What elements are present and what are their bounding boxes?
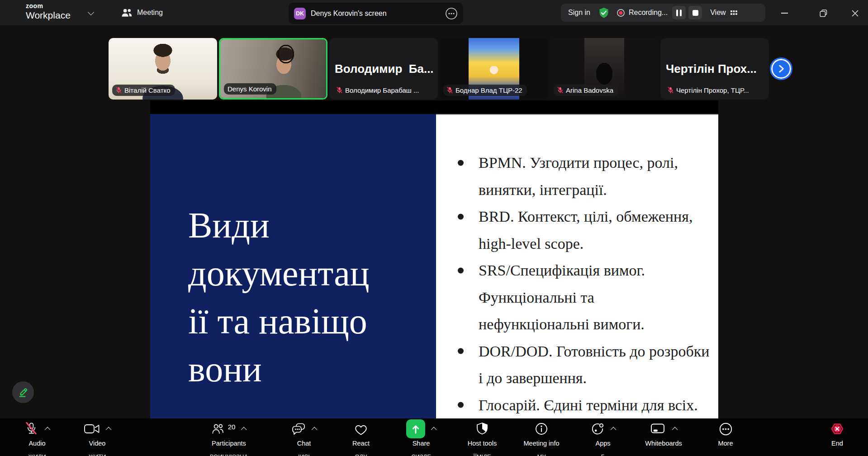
bullet-line: BPMN. Узгодити процес, ролі,: [436, 149, 718, 176]
video-tile[interactable]: Володимир Ба... Володимир Барабаш ...: [329, 38, 438, 100]
audio-options-chevron[interactable]: [46, 425, 50, 433]
mic-muted-icon: [337, 87, 342, 94]
bullet-line: Глосарій. Єдині терміни для всіх.: [436, 392, 718, 419]
zoom-workplace-logo: zoom Workplace: [26, 3, 71, 20]
react-button[interactable]: React ОЛУ: [334, 418, 388, 456]
apps-label: Apps: [595, 440, 610, 447]
audio-label: Audio: [28, 440, 45, 447]
mic-muted-icon: [668, 87, 674, 94]
people-icon: [121, 7, 133, 18]
whiteboards-options-chevron[interactable]: [674, 425, 678, 433]
tab-options-icon[interactable]: [445, 7, 458, 20]
stop-recording-button[interactable]: [688, 6, 702, 19]
clipped-text: ЇЇМІЛЕ: [454, 453, 511, 456]
meeting-tab-label: Meeting: [137, 9, 163, 17]
shared-screen-letterbox: [150, 100, 718, 114]
video-label: Video: [89, 440, 106, 447]
camera-icon: [84, 423, 100, 435]
restore-button[interactable]: [818, 8, 828, 18]
next-participants-page-button[interactable]: [771, 59, 791, 79]
slide-title-line: вони: [188, 345, 370, 393]
participant-name: Боднар Влад ТЦР-22: [455, 86, 522, 94]
pause-recording-button[interactable]: [672, 6, 686, 19]
apps-options-chevron[interactable]: [612, 425, 616, 433]
close-icon[interactable]: [850, 8, 860, 18]
bullet-line: BRD. Контекст, цілі, обмеження,: [436, 203, 718, 230]
recording-indicator: Recording...: [617, 9, 668, 17]
end-call-icon: [830, 421, 845, 437]
view-label: View: [710, 9, 726, 17]
participant-name: Denys Korovin: [228, 85, 272, 93]
more-button[interactable]: More: [698, 418, 753, 456]
tab-meeting[interactable]: Meeting: [117, 0, 167, 25]
participant-name: Віталій Сватко: [124, 86, 171, 94]
chat-options-chevron[interactable]: [313, 425, 317, 433]
sign-in-button[interactable]: Sign in: [568, 9, 590, 17]
mic-muted-icon: [557, 87, 563, 94]
clipped-text: ЖИТИ: [70, 453, 124, 456]
tab-screen-share[interactable]: DK Denys Korovin's screen: [289, 3, 463, 24]
meeting-info-button[interactable]: Meeting info МУ: [514, 418, 569, 456]
mic-muted-icon: [447, 87, 453, 94]
share-button[interactable]: Share СИЗЛЕ: [394, 418, 448, 456]
clipped-text: ЖИЛИ: [10, 453, 64, 456]
whiteboards-button[interactable]: Whiteboards: [633, 418, 694, 456]
annotate-button[interactable]: [12, 381, 34, 403]
logo-workplace-text: Workplace: [26, 10, 71, 20]
video-tile[interactable]: Боднар Влад ТЦР-22: [440, 38, 548, 100]
workspace-chevron-down-icon[interactable]: [88, 9, 94, 15]
pencil-icon: [17, 386, 29, 399]
share-options-chevron[interactable]: [432, 425, 436, 433]
participant-display-name: Володимир Ба...: [335, 62, 434, 76]
chat-label: Chat: [297, 440, 311, 447]
slide-title-line: Види: [188, 201, 370, 249]
participants-button[interactable]: 20 Participants ВОИНУЮЗНА: [200, 418, 257, 456]
bullet-line: SRS/Специфікація вимог.: [436, 257, 718, 284]
react-label: React: [352, 440, 370, 447]
audio-button[interactable]: Audio ЖИЛИ: [10, 418, 64, 456]
meeting-info-label: Meeting info: [524, 440, 560, 447]
apps-button[interactable]: Apps Б: [576, 418, 630, 456]
participant-name-badge: Володимир Барабаш ...: [333, 85, 423, 96]
mic-muted-icon: [116, 87, 122, 94]
host-tools-button[interactable]: Host tools ЇЇМІЛЕ: [454, 418, 511, 456]
avatar: DK: [294, 8, 306, 19]
slide-title-line: документац: [188, 249, 370, 297]
meeting-toolbar: Audio ЖИЛИ Video ЖИТИ: [0, 418, 868, 456]
participant-name: Чертілін Прохор, ТЦР...: [676, 86, 749, 94]
participants-options-chevron[interactable]: [242, 425, 247, 433]
video-tile[interactable]: Чертілін Прох... Чертілін Прохор, ТЦР...: [660, 38, 769, 100]
view-button[interactable]: View: [710, 9, 737, 17]
clipped-text: ОЛУ: [334, 453, 388, 456]
chat-icon: [291, 423, 306, 436]
slide-title-line: ії та навіщо: [188, 297, 370, 345]
bullet-line: DOR/DOD. Готовність до розробки: [436, 338, 718, 365]
mic-muted-icon: [24, 422, 39, 436]
participants-icon: [211, 423, 224, 435]
participants-count: 20: [228, 423, 236, 431]
bullet-line: винятки, інтеграції.: [436, 176, 718, 204]
apps-icon: [590, 422, 605, 436]
clipped-text: МУ: [514, 453, 569, 456]
chat-button[interactable]: Chat ІИСІ: [277, 418, 331, 456]
record-dot-icon: [617, 9, 625, 17]
participant-name-badge: Боднар Влад ТЦР-22: [443, 85, 527, 96]
participant-name-badge: Віталій Сватко: [112, 85, 175, 96]
screen-share-tab-label: Denys Korovin's screen: [311, 10, 387, 18]
video-options-chevron[interactable]: [107, 425, 111, 433]
shared-slide: Види документац ії та навіщо вони BPMN. …: [150, 114, 718, 418]
minimize-button[interactable]: [779, 8, 789, 18]
video-tile[interactable]: Віталій Сватко: [109, 38, 217, 100]
slide-title: Види документац ії та навіщо вони: [188, 201, 370, 393]
video-tile[interactable]: Arina Badovska: [550, 38, 659, 100]
meeting-status-pill: Sign in Recording... Vi: [561, 4, 765, 22]
security-shield-icon[interactable]: [598, 7, 609, 19]
video-tile-active-speaker[interactable]: Denys Korovin: [219, 38, 327, 100]
slide-content-panel: BPMN. Узгодити процес, ролі, винятки, ін…: [436, 114, 718, 418]
end-meeting-button[interactable]: End: [810, 418, 864, 456]
video-button[interactable]: Video ЖИТИ: [70, 418, 124, 456]
zoom-meeting-window: zoom Workplace Meeting DK Denys Korovin'…: [0, 0, 868, 456]
participant-name-badge: Чертілін Прохор, ТЦР...: [664, 85, 754, 96]
clipped-text: ІИСІ: [277, 453, 331, 456]
participant-display-name: Чертілін Прох...: [666, 62, 757, 76]
